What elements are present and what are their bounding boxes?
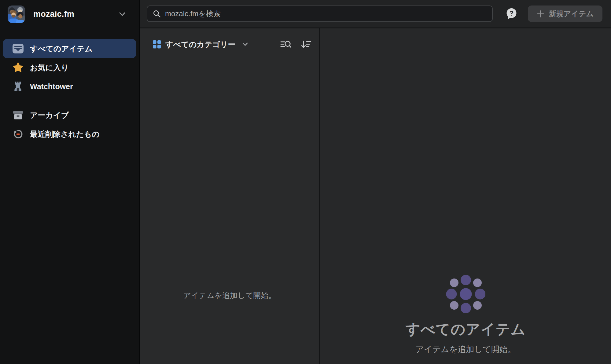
sidebar-nav: すべてのアイテム お気に入り Watchtower	[3, 39, 136, 144]
purple-dots-logo-icon	[446, 275, 485, 314]
vault-avatar-icon	[8, 5, 25, 23]
category-grid-icon	[153, 40, 161, 49]
vault-name: mozaic.fm	[33, 9, 74, 19]
chevron-down-icon	[242, 42, 248, 46]
plus-icon	[537, 10, 544, 18]
sidebar-item-all-items[interactable]: すべてのアイテム	[3, 39, 136, 58]
sidebar-item-archive[interactable]: アーカイブ	[3, 106, 136, 125]
sidebar-item-label: 最近削除されたもの	[30, 129, 100, 139]
search-box[interactable]	[147, 5, 493, 22]
sort-button[interactable]	[301, 40, 311, 49]
sidebar-item-label: すべてのアイテム	[30, 44, 93, 54]
list-empty-message: アイテムを追加して開始。	[140, 290, 319, 300]
search-input[interactable]	[165, 9, 487, 18]
chevron-down-icon	[119, 12, 125, 16]
recently-deleted-icon	[12, 129, 24, 140]
app-window: mozaic.fm すべてのアイテム	[0, 0, 611, 364]
list-header-actions	[280, 40, 311, 49]
watchtower-icon	[12, 81, 24, 92]
new-item-label: 新規アイテム	[549, 9, 594, 19]
sort-descending-icon	[301, 40, 311, 49]
sidebar-item-label: お気に入り	[30, 63, 69, 73]
sidebar-item-favorites[interactable]: お気に入り	[3, 58, 136, 77]
sidebar-item-label: アーカイブ	[30, 110, 69, 120]
help-icon[interactable]: ?	[506, 8, 517, 20]
question-mark-glyph: ?	[510, 9, 513, 17]
empty-state: すべてのアイテム アイテムを追加して開始。	[320, 275, 611, 355]
vault-switcher[interactable]: mozaic.fm	[0, 0, 139, 28]
all-items-icon	[12, 44, 24, 53]
empty-state-subtitle: アイテムを追加して開始。	[415, 344, 516, 355]
category-dropdown-label: すべてのカテゴリー	[165, 39, 236, 49]
favorites-star-icon	[12, 62, 24, 73]
item-detail-panel: すべてのアイテム アイテムを追加して開始。	[320, 28, 611, 364]
filter-search-button[interactable]	[280, 40, 291, 49]
sidebar-item-label: Watchtower	[30, 82, 73, 91]
item-list-panel: すべてのカテゴリー	[140, 28, 320, 364]
empty-state-title: すべてのアイテム	[406, 320, 526, 339]
search-icon	[153, 10, 161, 18]
sidebar-item-watchtower[interactable]: Watchtower	[3, 77, 136, 96]
main-area: ? 新規アイテム	[140, 0, 611, 364]
content: すべてのカテゴリー	[140, 28, 611, 364]
filter-search-icon	[280, 40, 291, 49]
topbar: ? 新規アイテム	[140, 0, 611, 28]
list-header: すべてのカテゴリー	[140, 28, 319, 60]
archive-icon	[12, 110, 24, 120]
category-dropdown[interactable]: すべてのカテゴリー	[153, 39, 248, 49]
sidebar-item-recently-deleted[interactable]: 最近削除されたもの	[3, 125, 136, 144]
new-item-button[interactable]: 新規アイテム	[528, 5, 602, 22]
sidebar: mozaic.fm すべてのアイテム	[0, 0, 140, 364]
